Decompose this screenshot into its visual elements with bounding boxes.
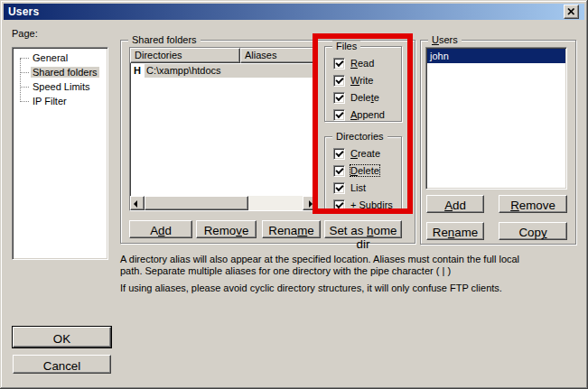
page-item-label: General — [31, 52, 70, 63]
file-delete-checkbox[interactable] — [333, 92, 345, 104]
set-as-home-dir-button[interactable]: Set as home dir — [324, 220, 402, 238]
page-item-ip-filter[interactable]: IP Filter — [13, 94, 107, 108]
user-copy-button[interactable]: Copy — [499, 222, 567, 240]
scroll-right-button[interactable] — [303, 196, 317, 210]
write-label: Write — [350, 75, 373, 86]
scroll-left-icon — [134, 200, 137, 208]
read-label: Read — [350, 58, 374, 69]
home-marker: H — [130, 65, 145, 76]
user-name: john — [430, 51, 449, 61]
page-item-speed-limits[interactable]: Speed Limits — [13, 79, 107, 94]
subdirs-checkbox[interactable] — [333, 199, 345, 211]
create-checkbox[interactable] — [333, 148, 345, 160]
checkbox-row-write[interactable]: Write — [333, 74, 401, 87]
append-checkbox[interactable] — [333, 109, 345, 121]
tree-branch-stub — [20, 101, 29, 102]
checkbox-row-read[interactable]: Read — [333, 57, 401, 69]
help-text-line-1: A directory alias will also appear at th… — [120, 254, 481, 264]
files-group-label: Files — [332, 41, 360, 52]
page-item-label: IP Filter — [31, 96, 69, 107]
listview-header: Directories Aliases — [130, 48, 317, 63]
directories-permissions-group: Directories Create Delete List + Subdirs — [324, 136, 402, 210]
checkbox-row-create[interactable]: Create — [333, 147, 401, 160]
tree-branch-stub — [20, 72, 29, 73]
shared-add-button[interactable]: Add — [129, 220, 192, 238]
user-rename-button[interactable]: Rename — [426, 222, 484, 240]
page-tree: General Shared folders Speed Limits IP F… — [12, 47, 108, 260]
column-header-directories[interactable]: Directories — [130, 48, 240, 63]
files-permissions-group: Files Read Write Delete Append — [324, 46, 402, 122]
directories-listview[interactable]: Directories Aliases H C:\xampp\htdocs — [129, 47, 318, 211]
directories-group-label: Directories — [332, 131, 387, 143]
subdirs-label: + Subdirs — [350, 199, 393, 210]
titlebar[interactable]: Users — [4, 4, 584, 20]
page-item-label: Speed Limits — [31, 81, 92, 92]
listview-body: H C:\xampp\htdocs — [130, 63, 317, 196]
help-text-line-2: path. Separate multiple aliases for one … — [120, 265, 481, 276]
ok-button[interactable]: OK — [13, 327, 111, 347]
user-add-button[interactable]: Add — [426, 195, 484, 213]
close-button[interactable] — [564, 5, 579, 19]
page-item-shared-folders[interactable]: Shared folders — [13, 65, 107, 79]
checkbox-row-subdirs[interactable]: + Subdirs — [333, 199, 401, 211]
dir-delete-checkbox[interactable] — [333, 165, 345, 177]
create-label: Create — [350, 148, 380, 159]
column-header-aliases[interactable]: Aliases — [240, 48, 317, 63]
read-checkbox[interactable] — [333, 58, 345, 69]
users-dialog: Users Page: General Shared folders Speed… — [0, 0, 588, 389]
shared-remove-button[interactable]: Remove — [196, 220, 257, 238]
tree-branch-stub — [20, 58, 29, 59]
window-title: Users — [4, 5, 39, 18]
users-group-label: Users — [428, 34, 462, 46]
list-checkbox[interactable] — [333, 182, 345, 194]
horizontal-scrollbar[interactable] — [130, 196, 317, 210]
page-item-label: Shared folders — [31, 67, 99, 78]
tree-branch-stub — [20, 87, 29, 88]
scrollbar-thumb[interactable] — [145, 196, 248, 210]
directory-row[interactable]: H C:\xampp\htdocs — [130, 63, 317, 78]
user-remove-button[interactable]: Remove — [499, 195, 567, 213]
user-row-john[interactable]: john — [427, 49, 565, 63]
help-text-line-3: If using aliases, please avoid cyclic di… — [120, 282, 481, 293]
users-list[interactable]: john — [425, 47, 567, 190]
checkbox-row-file-delete[interactable]: Delete — [333, 91, 401, 104]
checkbox-row-list[interactable]: List — [333, 181, 401, 194]
write-checkbox[interactable] — [333, 75, 345, 87]
scrollbar-track[interactable] — [145, 196, 303, 210]
directory-path: C:\xampp\htdocs — [145, 64, 317, 78]
dir-delete-label: Delete — [350, 165, 379, 176]
close-icon — [567, 8, 575, 15]
page-item-general[interactable]: General — [13, 51, 107, 65]
page-panel-label: Page: — [12, 28, 38, 40]
scroll-right-icon — [309, 200, 313, 208]
scroll-left-button[interactable] — [130, 196, 145, 210]
checkbox-row-append[interactable]: Append — [333, 108, 401, 121]
cancel-button[interactable]: Cancel — [13, 355, 111, 374]
shared-folders-group-label: Shared folders — [128, 34, 201, 46]
shared-rename-button[interactable]: Rename — [262, 220, 321, 238]
checkbox-row-dir-delete[interactable]: Delete — [333, 164, 401, 177]
list-label: List — [350, 182, 366, 193]
append-label: Append — [350, 109, 385, 120]
file-delete-label: Delete — [350, 92, 379, 103]
